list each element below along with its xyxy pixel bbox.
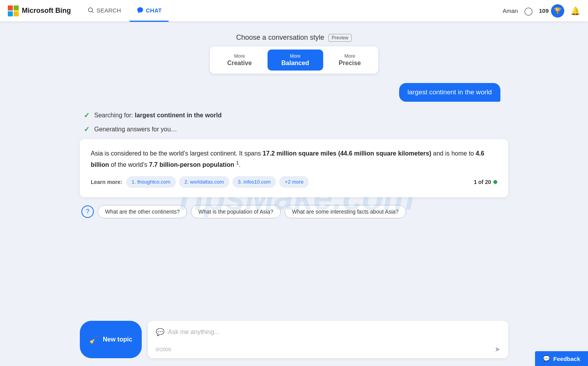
notification-icon[interactable]: 🔔 [570,6,580,16]
style-balanced-button[interactable]: More Balanced [268,50,323,71]
chat-nav-icon [137,7,144,14]
search-icon [87,7,94,14]
broom-icon: 🧹 [89,335,99,344]
suggestion-3[interactable]: What are some interesting facts about As… [285,205,406,218]
learn-more-label: Learn more: [91,178,122,186]
preview-badge: Preview [328,34,352,42]
chat-input-box: 💬 Ask me anything... 0/2000 ➤ [148,321,508,358]
submit-icon[interactable]: ➤ [495,345,500,354]
check-icon-2: ✓ [84,125,90,134]
status-text-2: Generating answers for you… [94,126,177,133]
user-message: largest continent in the world [80,83,508,102]
feedback-button[interactable]: 💬 Feedback [535,351,588,366]
svg-point-0 [88,8,93,12]
suggestions: ? What are the other continents? What is… [80,205,508,218]
nav-tabs: SEARCH CHAT [80,0,503,22]
new-topic-button[interactable]: 🧹 New topic [80,321,142,358]
green-dot [493,180,497,184]
input-placeholder[interactable]: Ask me anything... [168,329,500,336]
status-text-1: Searching for: largest continent in the … [94,112,222,119]
feedback-icon: 💬 [543,355,550,362]
points-count: 109 [539,7,549,14]
style-precise-button[interactable]: More Precise [325,50,375,71]
style-buttons: More Creative More Balanced More Precise [210,46,378,74]
check-icon-1: ✓ [84,111,90,120]
learn-link-more[interactable]: +2 more [279,176,309,188]
user-name: Aman [503,7,518,14]
learn-link-1[interactable]: 1. thoughtco.com [126,176,176,188]
status-row-2: ✓ Generating answers for you… [80,125,508,134]
user-profile-icon[interactable]: ◯ [524,6,533,16]
learn-link-2[interactable]: 2. worldatlas.com [179,176,229,188]
learn-link-3[interactable]: 3. infos10.com [232,176,276,188]
suggestion-1[interactable]: What are the other continents? [98,205,187,218]
answer-card: Asia is considered to be the world's lar… [80,139,508,197]
user-message-text: largest continent in the world [399,83,500,102]
answer-text: Asia is considered to be the world's lar… [91,149,497,170]
style-creative-button[interactable]: More Creative [213,50,266,71]
main-content: Choose a conversation style Preview More… [0,22,588,366]
suggestion-2[interactable]: What is the population of Asia? [191,205,280,218]
input-row: 💬 Ask me anything... [156,328,500,336]
logo[interactable]: Microsoft Bing [8,5,71,16]
trophy-icon: 🏆 [551,4,564,18]
question-icon: ? [81,205,94,218]
status-row-1: ✓ Searching for: largest continent in th… [80,111,508,120]
char-count: 0/2000 [156,347,171,352]
points-badge: 109 🏆 [539,4,564,18]
conversation-style-section: Choose a conversation style Preview More… [210,34,378,74]
logo-text: Microsoft Bing [22,7,71,15]
chat-bubble-icon: 💬 [156,328,164,336]
input-area: 🧹 New topic 💬 Ask me anything... 0/2000 … [80,321,508,366]
learn-links: 1. thoughtco.com 2. worldatlas.com 3. in… [126,176,309,188]
learn-more-section: Learn more: 1. thoughtco.com 2. worldatl… [91,176,497,188]
header-right: Aman ◯ 109 🏆 🔔 [503,4,580,18]
tab-chat[interactable]: CHAT [130,0,169,22]
chat-area: TipsMake.com largest continent in the wo… [80,83,508,321]
page-count: 1 of 20 [474,178,497,186]
input-bottom: 0/2000 ➤ [156,345,500,354]
conv-style-label: Choose a conversation style Preview [210,34,378,42]
microsoft-grid-icon [8,5,19,16]
header: Microsoft Bing SEARCH CHAT Aman ◯ 109 🏆 … [0,0,588,22]
svg-line-1 [92,11,93,12]
tab-search[interactable]: SEARCH [80,0,128,22]
